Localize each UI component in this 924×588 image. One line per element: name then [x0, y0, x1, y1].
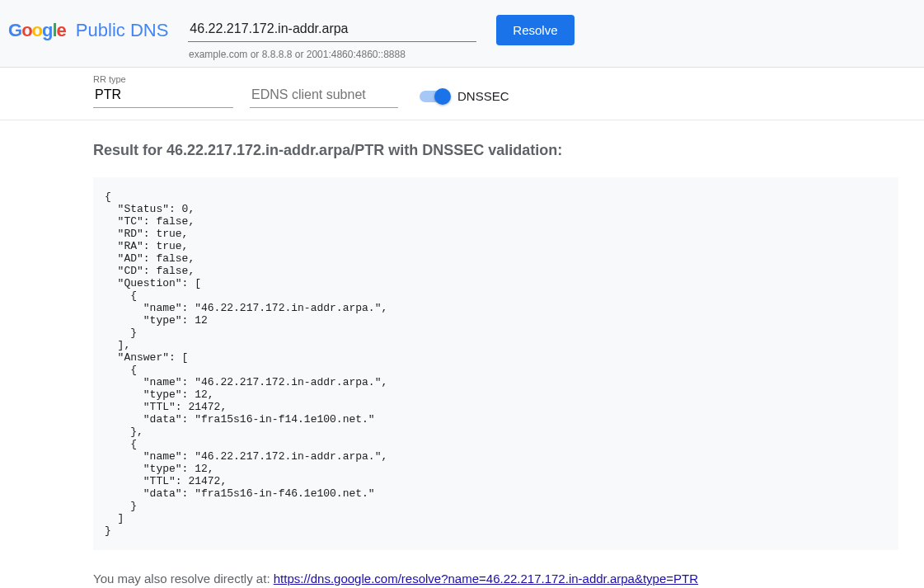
controls-row: DNSSEC [93, 84, 916, 108]
dnssec-toggle[interactable] [420, 91, 449, 102]
content-area: Result for 46.22.217.172.in-addr.arpa/PT… [0, 120, 907, 588]
rr-type-label: RR type [93, 74, 916, 84]
domain-input[interactable] [188, 18, 476, 42]
footer-line: You may also resolve directly at: https:… [93, 572, 898, 586]
rr-type-input[interactable] [93, 84, 233, 108]
resolve-button[interactable]: Resolve [496, 15, 574, 45]
product-name: Public DNS [76, 20, 168, 41]
dnssec-control: DNSSEC [420, 89, 509, 103]
footer-prefix: You may also resolve directly at: [93, 572, 274, 586]
resolve-direct-link[interactable]: https://dns.google.com/resolve?name=46.2… [274, 572, 698, 586]
header-row: Google Public DNS Resolve [8, 15, 916, 45]
header-bar: Google Public DNS Resolve example.com or… [0, 0, 924, 68]
toggle-knob-icon [434, 88, 451, 105]
domain-hint: example.com or 8.8.8.8 or 2001:4860:4860… [189, 49, 916, 60]
result-title: Result for 46.22.217.172.in-addr.arpa/PT… [93, 142, 898, 159]
result-json: { "Status": 0, "TC": false, "RD": true, … [93, 177, 898, 550]
google-logo: Google [8, 20, 66, 41]
edns-subnet-input[interactable] [250, 84, 398, 108]
dnssec-label: DNSSEC [457, 89, 509, 103]
controls-bar: RR type DNSSEC [0, 68, 924, 120]
